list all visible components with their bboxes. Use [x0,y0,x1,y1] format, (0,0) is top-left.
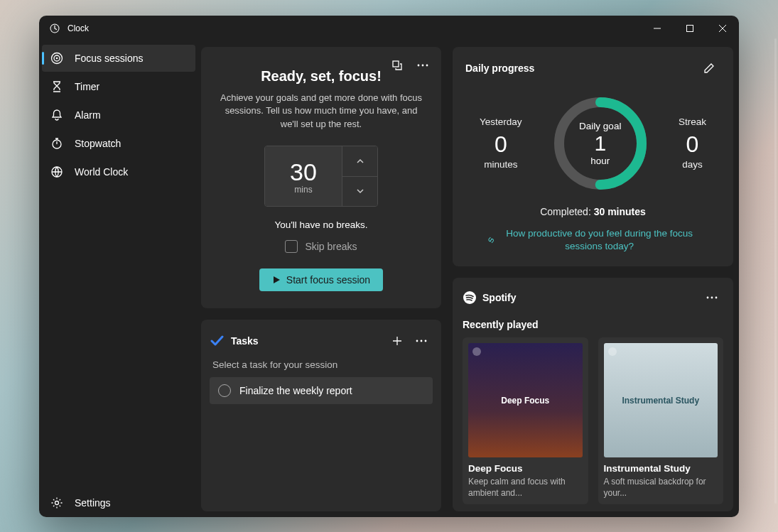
start-button-label: Start focus session [286,274,370,286]
more-icon[interactable] [701,286,723,309]
sidebar-item-stopwatch[interactable]: Stopwatch [42,130,195,157]
duration-value: 30 [290,158,317,186]
playlist-card[interactable]: Deep Focus Deep Focus Keep calm and focu… [463,337,588,504]
feedback-link[interactable]: How productive do you feel during the fo… [465,227,720,254]
playlist-desc: Keep calm and focus with ambient and... [468,476,583,499]
playlist-art: Instrumental Study [604,343,718,457]
svg-point-24 [715,297,718,299]
playlist-name: Deep Focus [468,463,583,474]
expand-icon[interactable] [386,54,409,77]
sidebar-item-timer[interactable]: Timer [42,73,195,100]
spotify-card: Spotify Recently played Deep Focus Deep … [453,278,733,511]
edit-button[interactable] [698,57,720,80]
more-icon[interactable] [411,54,434,77]
sidebar-item-label: Stopwatch [75,138,121,149]
play-icon [272,276,281,284]
start-focus-button[interactable]: Start focus session [259,268,383,291]
app-title: Clock [67,23,89,33]
streak-stat: Streak 0 days [679,116,706,170]
sidebar: Focus sessions Timer Alarm Stopwatch Wor… [39,41,198,517]
svg-point-13 [418,64,420,66]
duration-display: 30 mins [265,146,342,206]
svg-rect-12 [393,61,399,67]
sidebar-item-world-clock[interactable]: World Clock [42,158,195,185]
sidebar-item-label: World Clock [75,166,128,178]
todo-icon [210,334,224,348]
maximize-button[interactable] [674,16,706,41]
completed-text: Completed: 30 minutes [465,206,720,217]
link-icon [487,234,495,246]
sidebar-item-label: Focus sessions [75,53,143,64]
svg-point-22 [707,297,709,299]
yesterday-stat: Yesterday 0 minutes [480,116,522,170]
task-label: Finalize the weekly report [239,385,352,396]
focus-setup-card: Ready, set, focus! Achieve your goals an… [201,47,441,309]
task-item[interactable]: Finalize the weekly report [210,377,433,404]
svg-point-8 [56,57,58,59]
skip-breaks-label: Skip breaks [305,241,357,252]
bell-icon [50,109,63,121]
svg-point-14 [422,64,424,66]
sidebar-item-alarm[interactable]: Alarm [42,102,195,129]
svg-point-15 [426,64,428,66]
increment-button[interactable] [342,146,377,177]
decrement-button[interactable] [342,177,377,207]
playlist-card[interactable]: Instrumental Study Instrumental Study A … [598,337,724,504]
sidebar-item-label: Alarm [75,109,101,121]
svg-rect-3 [687,25,693,31]
svg-point-11 [55,501,59,504]
svg-point-18 [425,340,427,342]
playlist-name: Instrumental Study [604,463,718,474]
target-icon [50,52,63,65]
svg-point-23 [711,297,713,299]
recently-played-label: Recently played [463,319,723,330]
playlist-art: Deep Focus [468,343,583,457]
add-task-button[interactable] [386,330,409,352]
clock-app-window: Clock Focus sessions Timer Alarm St [39,16,739,517]
spotify-icon [463,291,477,305]
breaks-info-text: You'll have no breaks. [217,219,426,230]
daily-goal-ring: Daily goal 1 hour [551,94,650,193]
sidebar-item-settings[interactable]: Settings [42,489,195,516]
gear-icon [50,496,63,509]
sidebar-item-label: Settings [75,497,111,509]
focus-description: Achieve your goals and get more done wit… [217,92,426,132]
playlist-desc: A soft musical backdrop for your... [604,476,718,499]
close-button[interactable] [706,16,739,41]
duration-unit: mins [294,185,312,195]
progress-title: Daily progress [465,63,534,74]
window-controls [641,16,739,41]
duration-picker: 30 mins [264,146,378,207]
svg-point-17 [421,340,423,342]
minimize-button[interactable] [641,16,674,41]
app-icon [49,23,60,34]
tasks-title: Tasks [231,335,259,347]
daily-progress-card: Daily progress Yesterday 0 minutes [453,47,733,267]
globe-icon [50,165,63,178]
titlebar: Clock [39,16,739,41]
hourglass-icon [50,80,63,93]
task-checkbox[interactable] [218,384,231,397]
skip-breaks-checkbox[interactable] [285,240,298,253]
tasks-card: Tasks Select a task for your session Fin… [201,320,441,511]
svg-point-16 [416,340,418,342]
stopwatch-icon [50,137,63,150]
sidebar-item-focus-sessions[interactable]: Focus sessions [42,45,195,72]
sidebar-item-label: Timer [75,81,99,92]
main-content: Ready, set, focus! Achieve your goals an… [198,41,739,517]
more-icon[interactable] [410,330,433,352]
spotify-brand: Spotify [482,292,516,303]
tasks-subtitle: Select a task for your session [212,359,430,370]
